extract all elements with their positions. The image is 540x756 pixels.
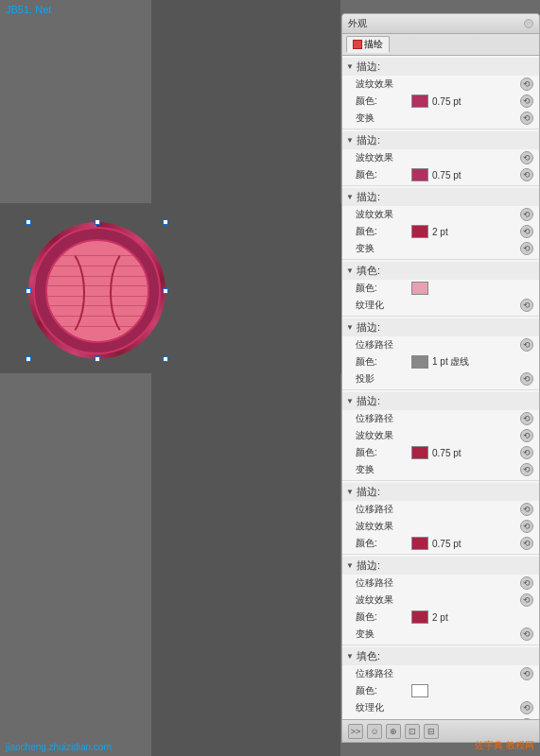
row-transform5: 变换 xyxy=(342,461,539,478)
texture-reset-btn2[interactable] xyxy=(520,701,533,714)
color-swatch3[interactable] xyxy=(411,225,428,238)
footer-btn-smiley[interactable]: ☺ xyxy=(367,724,382,739)
wave-reset-btn7[interactable] xyxy=(520,593,533,607)
row-shadow1: 投影 xyxy=(342,370,539,387)
row-offset4: 位移路径 xyxy=(342,575,539,592)
triangle-icon7: ▼ xyxy=(346,488,354,496)
fill-swatch1[interactable] xyxy=(411,282,428,295)
texture-reset-btn1[interactable] xyxy=(520,299,533,312)
color-swatch4[interactable] xyxy=(411,355,428,369)
handle-left[interactable] xyxy=(26,288,31,294)
ball-tick-ring xyxy=(33,227,161,354)
watermark-top: JB51. Net xyxy=(6,4,51,15)
footer-btn-grid[interactable]: ⊡ xyxy=(405,724,420,739)
triangle-icon5: ▼ xyxy=(346,323,354,332)
wave-reset-btn3[interactable] xyxy=(520,208,533,221)
dribbble-ball xyxy=(28,222,165,359)
row-color1: 颜色: 0.75 pt xyxy=(342,93,539,110)
section-fill1: ▼ 填色: 颜色: 纹理化 xyxy=(342,260,539,317)
footer-btn-remove[interactable]: ⊟ xyxy=(424,724,439,739)
color-reset-btn1[interactable] xyxy=(520,94,533,108)
offset-fill-btn[interactable] xyxy=(520,667,533,680)
section-stroke7: ▼ 描边: 位移路径 波纹效果 颜色: 2 pt 变换 xyxy=(342,555,539,645)
transform-reset-btn1[interactable] xyxy=(520,112,533,125)
section-header-stroke6[interactable]: ▼ 描边: xyxy=(342,483,539,501)
color-swatch7[interactable] xyxy=(411,610,428,624)
wave-reset-btn6[interactable] xyxy=(520,520,533,533)
row-offset3: 位移路径 xyxy=(342,501,539,518)
transform-reset-btn7[interactable] xyxy=(520,627,533,641)
color-swatch6[interactable] xyxy=(411,537,428,550)
offset-reset-btn4[interactable] xyxy=(520,576,533,590)
section-header-stroke4[interactable]: ▼ 描边: xyxy=(342,318,539,336)
section-header-stroke5[interactable]: ▼ 描边: xyxy=(342,392,539,410)
triangle-icon4: ▼ xyxy=(346,266,354,275)
handle-bottom[interactable] xyxy=(95,356,100,362)
row-color3: 颜色: 2 pt xyxy=(342,223,539,240)
tab-stroke[interactable]: 描绘 xyxy=(346,36,390,53)
fill-swatch2[interactable] xyxy=(411,684,428,697)
color-reset-btn6[interactable] xyxy=(520,537,533,550)
row-fill-color2: 颜色: xyxy=(342,682,539,699)
row-color7: 颜色: 2 pt xyxy=(342,609,539,626)
triangle-icon2: ▼ xyxy=(346,136,354,145)
section-fill2: ▼ 填色: 位移路径 颜色: 纹理化 投影 xyxy=(342,645,539,719)
row-offset1: 位移路径 xyxy=(342,336,539,353)
row-offset-fill: 位移路径 xyxy=(342,665,539,682)
transform-reset-btn5[interactable] xyxy=(520,463,533,476)
color-reset-btn2[interactable] xyxy=(520,168,533,181)
cross-vertical xyxy=(151,0,340,756)
triangle-icon: ▼ xyxy=(346,62,354,71)
section-header-stroke3[interactable]: ▼ 描边: xyxy=(342,188,539,206)
wave-reset-btn5[interactable] xyxy=(520,429,533,442)
panel-titlebar: 外观 xyxy=(342,14,539,34)
row-texture1: 纹理化 xyxy=(342,297,539,314)
wave-reset-btn1[interactable] xyxy=(520,77,533,91)
row-wave7: 波纹效果 xyxy=(342,592,539,609)
tab-icon xyxy=(353,40,362,49)
panel-title: 外观 xyxy=(348,17,367,30)
panel-expand-btn[interactable] xyxy=(524,19,533,28)
section-header-fill2[interactable]: ▼ 填色: xyxy=(342,647,539,665)
color-reset-btn5[interactable] xyxy=(520,446,533,459)
handle-top[interactable] xyxy=(95,219,100,225)
row-color5: 颜色: 0.75 pt xyxy=(342,444,539,461)
row-color6: 颜色: 0.75 pt xyxy=(342,535,539,552)
section-stroke4: ▼ 描边: 位移路径 颜色: 1 pt 虚线 投影 xyxy=(342,317,539,390)
wave-reset-btn2[interactable] xyxy=(520,151,533,164)
handle-tl[interactable] xyxy=(26,219,31,225)
triangle-icon6: ▼ xyxy=(346,397,354,405)
triangle-icon3: ▼ xyxy=(346,193,354,201)
row-wave1: 波纹效果 xyxy=(342,76,539,93)
handle-tr[interactable] xyxy=(163,219,168,225)
color-reset-btn3[interactable] xyxy=(520,225,533,238)
panel-body[interactable]: ▼ 描边: 波纹效果 颜色: 0.75 pt 变换 ▼ 描边: xyxy=(342,56,539,719)
row-color4: 颜色: 1 pt 虚线 xyxy=(342,353,539,370)
offset-reset-btn3[interactable] xyxy=(520,503,533,516)
handle-right[interactable] xyxy=(163,288,168,294)
footer-btn-add[interactable]: ⊕ xyxy=(386,724,401,739)
row-transform3: 变换 xyxy=(342,240,539,257)
section-header-stroke1[interactable]: ▼ 描边: xyxy=(342,58,539,76)
row-color2: 颜色: 0.75 pt xyxy=(342,166,539,183)
section-stroke1: ▼ 描边: 波纹效果 颜色: 0.75 pt 变换 xyxy=(342,56,539,129)
section-header-stroke7[interactable]: ▼ 描边: xyxy=(342,557,539,575)
handle-br[interactable] xyxy=(163,356,168,362)
triangle-icon9: ▼ xyxy=(346,652,354,661)
row-wave5: 波纹效果 xyxy=(342,427,539,444)
watermark-bottom-left: jiaocheng.zhuizidian.com xyxy=(6,742,112,752)
color-swatch5[interactable] xyxy=(411,446,428,459)
handle-bl[interactable] xyxy=(26,356,31,362)
footer-btn-menu[interactable]: >> xyxy=(348,724,363,739)
transform-reset-btn3[interactable] xyxy=(520,242,533,255)
row-wave3: 波纹效果 xyxy=(342,206,539,223)
section-header-fill1[interactable]: ▼ 填色: xyxy=(342,262,539,280)
section-stroke5: ▼ 描边: 位移路径 波纹效果 颜色: 0.75 pt 变换 xyxy=(342,390,539,481)
offset-reset-btn2[interactable] xyxy=(520,412,533,425)
section-header-stroke2[interactable]: ▼ 描边: xyxy=(342,131,539,149)
shadow-reset-btn1[interactable] xyxy=(520,372,533,386)
color-swatch1[interactable] xyxy=(411,94,428,108)
color-swatch2[interactable] xyxy=(411,168,428,181)
offset-reset-btn1[interactable] xyxy=(520,338,533,352)
row-fill-color1: 颜色: xyxy=(342,280,539,297)
